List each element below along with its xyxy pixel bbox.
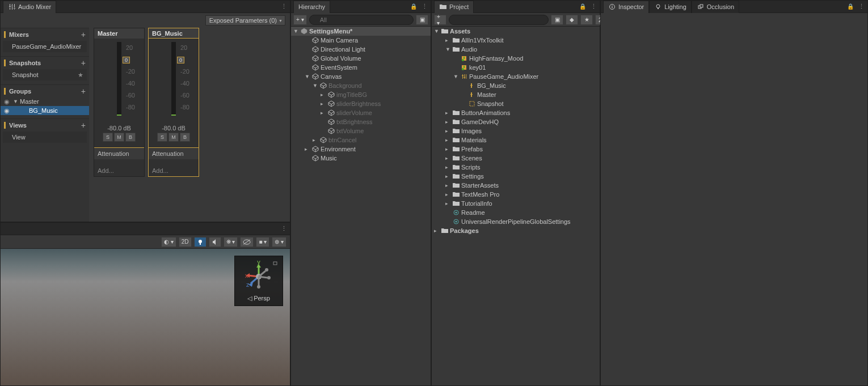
hierarchy-item[interactable]: ▸sliderVolume xyxy=(291,108,431,117)
hierarchy-item[interactable]: Music xyxy=(291,154,431,163)
group-master[interactable]: ◉ ▼ Master xyxy=(1,97,89,106)
project-item[interactable]: ▸Prefabs xyxy=(432,145,600,154)
project-item[interactable]: Master xyxy=(432,90,600,99)
project-item[interactable]: ▸GameDevHQ xyxy=(432,117,600,126)
add-view-button[interactable]: + xyxy=(81,121,86,130)
group-bgmusic[interactable]: ◉ BG_Music xyxy=(1,106,89,115)
search-by-label-button[interactable]: ◆ xyxy=(566,15,578,25)
hierarchy-search-input[interactable] xyxy=(309,15,414,25)
fader-handle[interactable]: 0 xyxy=(123,57,130,63)
project-item[interactable]: ▸TutorialInfo xyxy=(432,199,600,208)
hierarchy-item[interactable]: txtVolume xyxy=(291,126,431,135)
tab-lighting[interactable]: Lighting xyxy=(649,1,692,13)
project-item[interactable]: ▸AllIn1VfxToolkit xyxy=(432,36,600,45)
add-mixer-button[interactable]: + xyxy=(81,30,86,39)
favorites-button[interactable]: ★ xyxy=(580,15,593,25)
hierarchy-item[interactable]: ▸imgTitleBG xyxy=(291,90,431,99)
tab-hierarchy[interactable]: Hierarchy xyxy=(293,1,330,13)
lighting-toggle[interactable] xyxy=(194,237,207,247)
eye-icon[interactable]: ◉ xyxy=(4,98,12,105)
solo-button[interactable]: S xyxy=(103,133,113,142)
kebab-icon[interactable]: ⋮ xyxy=(857,3,865,11)
project-assets-root[interactable]: ▼ Assets xyxy=(432,27,600,36)
add-effect-button[interactable]: Add... xyxy=(149,165,199,176)
add-group-button[interactable]: + xyxy=(81,87,86,96)
project-item[interactable]: ▼PauseGame_AudioMixer xyxy=(432,72,600,81)
tab-project[interactable]: Project xyxy=(434,1,474,13)
hierarchy-item[interactable]: ▼Background xyxy=(291,81,431,90)
scene-viewport[interactable]: y x z ◁ Persp xyxy=(1,249,290,385)
eye-icon[interactable]: ◉ xyxy=(4,107,12,114)
project-item[interactable]: BG_Music xyxy=(432,81,600,90)
project-item[interactable]: ▸StarterAssets xyxy=(432,181,600,190)
project-search-input[interactable] xyxy=(449,15,549,25)
occlusion-icon xyxy=(697,3,705,11)
kebab-icon[interactable]: ⋮ xyxy=(420,3,428,11)
project-item[interactable]: ▸TextMesh Pro xyxy=(432,190,600,199)
hierarchy-item[interactable]: txtBrightness xyxy=(291,117,431,126)
search-by-type-button[interactable]: ▣ xyxy=(551,15,563,25)
camera-dropdown[interactable]: ■ ▾ xyxy=(256,237,269,247)
add-snapshot-button[interactable]: + xyxy=(81,58,86,67)
attenuation-effect[interactable]: Attenuation xyxy=(94,147,144,159)
create-dropdown[interactable]: + ▾ xyxy=(434,15,446,25)
attenuation-effect[interactable]: Attenuation xyxy=(149,147,199,159)
hierarchy-item[interactable]: ▸sliderBrightness xyxy=(291,99,431,108)
folder-icon xyxy=(441,27,449,35)
exposed-parameters-dropdown[interactable]: Exposed Parameters (0) xyxy=(205,15,285,26)
view-item[interactable]: View xyxy=(3,132,87,143)
hierarchy-item[interactable]: Main Camera xyxy=(291,36,431,45)
create-dropdown[interactable]: + ▾ xyxy=(293,15,307,25)
orientation-gizmo[interactable]: y x z ◁ Persp xyxy=(234,256,283,306)
kebab-icon[interactable]: ⋮ xyxy=(280,225,288,233)
hierarchy-item[interactable]: EventSystem xyxy=(291,63,431,72)
project-item[interactable]: ▸Images xyxy=(432,126,600,135)
snapshot-item[interactable]: Snapshot ★ xyxy=(3,69,87,80)
hierarchy-item[interactable]: ▸btnCancel xyxy=(291,135,431,145)
fx-dropdown[interactable]: ❋ ▾ xyxy=(224,237,238,247)
hierarchy-item[interactable]: Global Volume xyxy=(291,54,431,63)
project-item[interactable]: ▼Audio xyxy=(432,45,600,54)
cube-icon xyxy=(327,127,335,135)
hierarchy-item[interactable]: Directional Light xyxy=(291,45,431,54)
project-item[interactable]: key01 xyxy=(432,63,600,72)
lock-icon[interactable]: 🔒 xyxy=(847,3,854,10)
hierarchy-item[interactable]: ▼Canvas xyxy=(291,72,431,81)
project-item[interactable]: HighFantasy_Mood xyxy=(432,54,600,63)
bypass-button[interactable]: B xyxy=(125,133,136,142)
mixer-item[interactable]: PauseGame_AudioMixer xyxy=(3,41,87,52)
bypass-button[interactable]: B xyxy=(180,133,190,142)
audio-toggle[interactable] xyxy=(209,237,221,247)
project-item[interactable]: ▸ButtonAnimations xyxy=(432,108,600,117)
hierarchy-item[interactable]: ▸Environment xyxy=(291,145,431,154)
solo-button[interactable]: S xyxy=(157,133,167,142)
project-item[interactable]: ▸Scripts xyxy=(432,163,600,172)
channel-master[interactable]: Master 20---20-40-60-80 0 -80.0 dB S M B xyxy=(94,28,145,177)
tab-inspector[interactable]: Inspector xyxy=(603,1,649,13)
channel-bgmusic[interactable]: BG_Music 20---20-40-60-80 0 -80.0 dB S M… xyxy=(148,28,199,177)
mute-button[interactable]: M xyxy=(168,133,179,142)
lock-icon[interactable]: 🔒 xyxy=(410,3,417,10)
fader-handle[interactable]: 0 xyxy=(177,57,184,63)
visibility-toggle[interactable] xyxy=(240,237,254,247)
project-packages-root[interactable]: ▸ Packages xyxy=(432,226,600,235)
cube-icon xyxy=(319,82,327,90)
tab-audio-mixer[interactable]: Audio Mixer xyxy=(3,1,56,13)
lock-icon[interactable]: 🔒 xyxy=(579,3,586,10)
shading-dropdown[interactable]: ◐ ▾ xyxy=(161,237,176,247)
project-item[interactable]: ▸Settings xyxy=(432,172,600,181)
search-scope-button[interactable]: ▣ xyxy=(416,15,428,25)
add-effect-button[interactable]: Add... xyxy=(94,165,144,176)
project-item[interactable]: ▸Scenes xyxy=(432,154,600,163)
project-item[interactable]: Readme xyxy=(432,208,600,217)
project-item[interactable]: ▸Materials xyxy=(432,135,600,145)
project-item[interactable]: UniversalRenderPipelineGlobalSettings xyxy=(432,217,600,226)
project-item[interactable]: Snapshot xyxy=(432,99,600,108)
hierarchy-scene-root[interactable]: ▼ SettingsMenu* xyxy=(291,27,431,36)
gizmos-dropdown[interactable]: ⊕ ▾ xyxy=(272,237,286,247)
kebab-icon[interactable]: ⋮ xyxy=(589,3,597,11)
kebab-icon[interactable]: ⋮ xyxy=(280,3,288,11)
toggle-2d-button[interactable]: 2D xyxy=(179,237,192,247)
mute-button[interactable]: M xyxy=(114,133,124,142)
tab-occlusion[interactable]: Occlusion xyxy=(692,1,739,13)
